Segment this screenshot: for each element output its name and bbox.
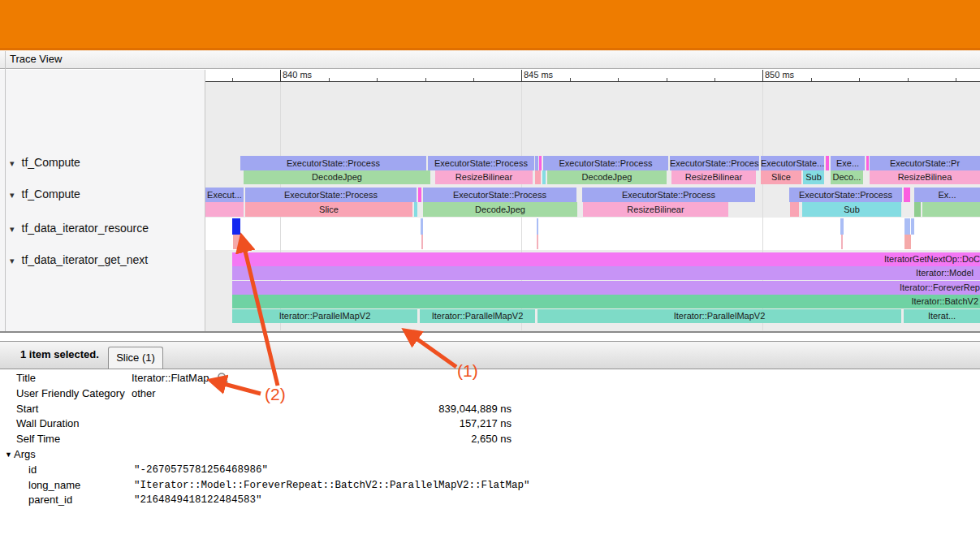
trace-slice[interactable]: Exe... [831,156,865,170]
detail-rows: TitleIterator::FlatMapUser Friendly Cate… [0,371,980,447]
trace-slice[interactable]: ExecutorState... [761,156,824,170]
ruler-tick-major: 845 ms [521,70,522,81]
ruler-tick-minor [908,78,909,81]
trace-slice[interactable] [539,156,542,170]
trace-slice[interactable]: ExecutorState::Process [582,188,755,202]
trace-slice[interactable]: ResizeBilinear [671,170,756,184]
trace-slice[interactable] [542,170,546,184]
trace-slice[interactable] [826,156,829,170]
trace-slice[interactable] [414,202,417,217]
trace-slice[interactable]: Iterator::ParallelMapV2 [232,309,417,324]
trace-slice[interactable]: Iterat... [904,309,980,324]
trace-slice[interactable] [904,235,911,249]
trace-slice[interactable] [914,202,921,217]
trace-slice[interactable]: ResizeBilinear [435,170,533,184]
args-section-header[interactable]: ▼ Args [0,447,980,463]
trace-slice[interactable]: ExecutorState::Pr [870,156,980,170]
chevron-down-icon: ▾ [10,224,15,234]
panel-divider[interactable] [0,331,980,342]
trace-slice[interactable]: ExecutorState::Process [240,156,426,170]
detail-label: Wall Duration [16,416,80,432]
trace-slice[interactable] [911,218,914,235]
trace-slice[interactable]: IteratorGetNextOp::DoC [232,252,980,266]
trace-slice[interactable] [904,188,910,202]
args-rows: id"-2670575781256468986"long_name"Iterat… [0,463,980,508]
trace-slice[interactable] [418,188,421,202]
ruler-tick-major: 850 ms [762,70,763,81]
ruler-tick-label: 850 ms [765,70,794,80]
selection-status: 1 item selected. [20,342,99,368]
chevron-down-icon: ▾ [10,256,15,265]
trace-slice[interactable]: Iterator::BatchV2 [232,295,980,308]
track-row-tf-compute-1[interactable]: ▾tf_Compute [10,156,80,169]
trace-slice[interactable]: Iterator::ParallelMapV2 [420,309,535,324]
detail-label: Self Time [16,432,60,447]
trace-slice[interactable]: ExecutorState::Process [670,156,759,170]
ruler-tick-minor [859,78,860,81]
ruler-tick-minor [667,78,667,81]
trace-slice[interactable]: ExecutorState::Process [245,188,417,202]
ruler-tick-major: 840 ms [280,70,281,81]
top-banner [0,0,980,50]
trace-slice[interactable]: Sub [802,202,901,217]
trace-slice[interactable] [537,235,538,249]
trace-slice[interactable] [535,156,538,170]
detail-label: User Friendly Category [16,386,125,402]
trace-slice[interactable] [866,156,869,170]
trace-slice[interactable] [205,202,244,217]
trace-slice[interactable] [904,218,910,235]
trace-slice[interactable]: Iterator::ParallelMapV2 [537,309,901,324]
trace-slice[interactable]: ExecutorState::Process [543,156,668,170]
detail-row: User Friendly Categoryother [0,386,980,402]
trace-slice[interactable] [922,202,980,217]
detail-value: other [132,386,156,402]
trace-slice[interactable] [233,235,241,249]
trace-slice[interactable]: ExecutorState::Process [789,188,902,202]
ruler-tick-label: 845 ms [524,70,553,80]
arg-row: parent_id"2164849418122484583" [0,493,980,508]
ruler-tick-minor [956,78,956,81]
trace-slice[interactable]: Sub [803,170,824,184]
trace-slice[interactable]: ExecutorState::Process [423,188,576,202]
trace-slice[interactable]: Slice [245,202,412,217]
trace-slice[interactable]: ResizeBilinear [583,202,728,217]
chevron-down-icon: ▾ [10,158,15,168]
trace-slice[interactable]: ExecutorState::Process [428,156,534,170]
track-label-panel: ▾tf_Compute ▾tf_Compute ▾tf_data_iterato… [0,70,205,331]
arg-key: long_name [28,478,80,494]
trace-slice[interactable] [232,218,240,235]
tab-slice[interactable]: Slice (1) [108,347,163,369]
trace-slice[interactable]: DecodeJpeg [423,202,577,217]
ruler-tick-minor [473,78,474,81]
track-row-iterator-get-next[interactable]: ▾tf_data_iterator_get_next [10,253,148,266]
trace-slice[interactable] [537,218,538,235]
trace-slice[interactable]: Ex... [914,188,980,202]
trace-slice[interactable]: Iterator::Model [232,266,980,280]
trace-slice[interactable]: Slice [761,170,801,184]
trace-slice[interactable] [421,218,423,235]
resource-track-background [205,218,980,250]
trace-slice[interactable]: Iterator::ForeverRep [232,281,980,295]
ruler-tick-minor [425,78,426,81]
detail-row: TitleIterator::FlatMap [0,371,980,386]
trace-slice[interactable] [840,218,844,235]
details-header-bar: 1 item selected. Slice (1) [0,342,980,369]
detail-row: Wall Duration157,217 ns [0,416,980,432]
chevron-down-icon: ▾ [10,190,15,200]
detail-value: 157,217 ns [132,416,512,432]
triangle-down-icon: ▼ [5,447,12,463]
trace-slice[interactable] [421,235,423,249]
trace-slice[interactable] [790,202,799,217]
trace-slice[interactable]: DecodeJpeg [244,170,430,184]
trace-slice[interactable]: ResizeBilinea [870,170,980,184]
ruler-tick-minor [570,78,571,81]
trace-slice[interactable] [841,235,843,249]
trace-slice[interactable]: Deco... [831,170,863,184]
track-row-tf-compute-2[interactable]: ▾tf_Compute [10,188,80,201]
trace-slice[interactable]: DecodeJpeg [547,170,667,184]
trace-slice[interactable]: Execut... [205,188,244,202]
track-row-iterator-resource[interactable]: ▾tf_data_iterator_resource [10,222,149,235]
trace-slice[interactable] [535,170,541,184]
arg-key: id [28,463,37,478]
track-label-text: tf_data_iterator_get_next [22,253,149,266]
